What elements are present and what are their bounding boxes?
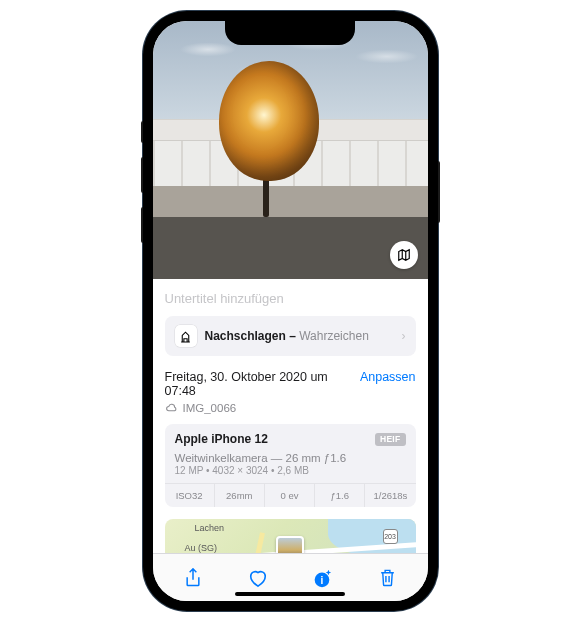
share-icon bbox=[183, 567, 203, 589]
capture-datetime: Freitag, 30. Oktober 2020 um 07:48 bbox=[165, 370, 360, 398]
map-photo-pin bbox=[276, 536, 304, 553]
landmark-icon bbox=[175, 325, 197, 347]
map-label-lachen: Lachen bbox=[195, 523, 225, 533]
format-badge: HEIF bbox=[375, 433, 406, 446]
map-overlay-button[interactable] bbox=[390, 241, 418, 269]
map-label-au: Au (SG) bbox=[185, 543, 218, 553]
exif-iso: ISO32 bbox=[165, 484, 215, 507]
trash-icon bbox=[378, 567, 397, 588]
camera-info-card: Apple iPhone 12 HEIF Weitwinkelkamera — … bbox=[165, 424, 416, 507]
lookup-title: Nachschlagen – bbox=[205, 329, 296, 343]
cloud-icon bbox=[165, 401, 178, 414]
share-button[interactable] bbox=[173, 558, 213, 598]
camera-dimensions: 12 MP • 4032 × 3024 • 2,6 MB bbox=[165, 464, 416, 483]
exif-shutter: 1/2618s bbox=[365, 484, 415, 507]
visual-lookup-row[interactable]: Nachschlagen – Wahrzeichen › bbox=[165, 316, 416, 356]
iphone-device-frame: Untertitel hinzufügen Nachschlagen – Wah… bbox=[143, 11, 438, 611]
info-sparkle-icon: i bbox=[311, 567, 333, 589]
delete-button[interactable] bbox=[367, 558, 407, 598]
map-icon bbox=[397, 248, 411, 262]
side-button-right bbox=[438, 161, 440, 223]
location-map[interactable]: Lachen Au (SG) Lustenau 203 bbox=[165, 519, 416, 553]
side-buttons-left bbox=[141, 121, 143, 257]
filename: IMG_0066 bbox=[183, 402, 237, 414]
screen: Untertitel hinzufügen Nachschlagen – Wah… bbox=[153, 21, 428, 601]
caption-input[interactable]: Untertitel hinzufügen bbox=[165, 289, 416, 316]
chevron-right-icon: › bbox=[402, 329, 406, 343]
exif-ev: 0 ev bbox=[265, 484, 315, 507]
route-badge: 203 bbox=[383, 529, 398, 544]
adjust-button[interactable]: Anpassen bbox=[360, 370, 416, 384]
camera-device: Apple iPhone 12 bbox=[175, 432, 268, 446]
exif-focal: 26mm bbox=[215, 484, 265, 507]
camera-lens: Weitwinkelkamera — 26 mm ƒ1.6 bbox=[165, 452, 416, 464]
lookup-subtitle: Wahrzeichen bbox=[299, 329, 369, 343]
notch bbox=[225, 21, 355, 45]
svg-text:i: i bbox=[321, 574, 324, 585]
home-indicator[interactable] bbox=[235, 592, 345, 596]
photo-preview[interactable] bbox=[153, 21, 428, 279]
info-panel[interactable]: Untertitel hinzufügen Nachschlagen – Wah… bbox=[153, 279, 428, 553]
heart-icon bbox=[247, 568, 269, 588]
exif-aperture: ƒ1.6 bbox=[315, 484, 365, 507]
